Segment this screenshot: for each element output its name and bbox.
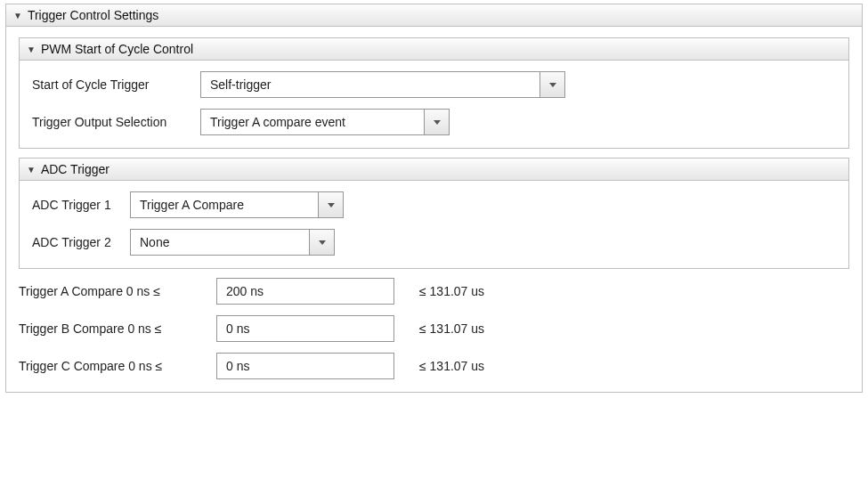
trigger-b-compare-max: ≤ 131.07 us (419, 321, 484, 336)
adc-trigger1-select[interactable]: Trigger A Compare (130, 191, 344, 218)
soc-trigger-value: Self-trigger (201, 72, 539, 97)
adc-trigger2-row: ADC Trigger 2 None (32, 229, 836, 256)
dropdown-button[interactable] (539, 72, 564, 97)
pwm-soc-body: Start of Cycle Trigger Self-trigger Trig… (20, 61, 848, 148)
caret-down-icon (434, 120, 441, 125)
trigger-output-sel-row: Trigger Output Selection Trigger A compa… (32, 109, 836, 135)
trigger-a-compare-row: Trigger A Compare 0 ns ≤ 200 ns ≤ 131.07… (19, 278, 849, 305)
dropdown-button[interactable] (424, 110, 449, 134)
adc-trigger2-select[interactable]: None (130, 229, 335, 256)
adc-trigger1-value: Trigger A Compare (131, 192, 318, 217)
trigger-output-sel-value: Trigger A compare event (201, 110, 424, 134)
soc-trigger-row: Start of Cycle Trigger Self-trigger (32, 71, 836, 98)
soc-trigger-label: Start of Cycle Trigger (32, 77, 188, 92)
trigger-a-compare-max: ≤ 131.07 us (419, 284, 484, 298)
trigger-control-settings-title: Trigger Control Settings (28, 8, 158, 22)
dropdown-button[interactable] (309, 230, 334, 255)
trigger-b-compare-label: Trigger B Compare 0 ns ≤ (19, 321, 204, 336)
trigger-a-compare-label: Trigger A Compare 0 ns ≤ (19, 284, 204, 298)
adc-trigger1-label: ADC Trigger 1 (32, 198, 118, 212)
chevron-down-icon: ▼ (27, 45, 36, 54)
trigger-c-compare-value: 0 ns (226, 359, 249, 373)
dropdown-button[interactable] (318, 192, 343, 217)
adc-trigger2-label: ADC Trigger 2 (32, 235, 118, 249)
adc-trigger1-row: ADC Trigger 1 Trigger A Compare (32, 191, 836, 218)
adc-trigger-body: ADC Trigger 1 Trigger A Compare ADC Trig… (20, 181, 848, 268)
trigger-control-settings-body: ▼ PWM Start of Cycle Control Start of Cy… (6, 27, 862, 392)
pwm-soc-header[interactable]: ▼ PWM Start of Cycle Control (20, 38, 848, 61)
adc-trigger-title: ADC Trigger (41, 162, 110, 176)
trigger-c-compare-row: Trigger C Compare 0 ns ≤ 0 ns ≤ 131.07 u… (19, 353, 849, 379)
caret-down-icon (549, 83, 556, 87)
pwm-soc-title: PWM Start of Cycle Control (41, 42, 193, 56)
trigger-a-compare-input[interactable]: 200 ns (216, 278, 394, 305)
trigger-c-compare-max: ≤ 131.07 us (419, 359, 484, 373)
chevron-down-icon: ▼ (13, 11, 22, 20)
caret-down-icon (319, 240, 326, 245)
trigger-control-settings-header[interactable]: ▼ Trigger Control Settings (6, 4, 862, 27)
chevron-down-icon: ▼ (27, 165, 36, 175)
trigger-b-compare-input[interactable]: 0 ns (216, 315, 394, 342)
trigger-a-compare-value: 200 ns (226, 284, 264, 298)
pwm-soc-section: ▼ PWM Start of Cycle Control Start of Cy… (19, 37, 849, 149)
trigger-c-compare-input[interactable]: 0 ns (216, 353, 394, 379)
caret-down-icon (328, 203, 335, 207)
soc-trigger-select[interactable]: Self-trigger (200, 71, 565, 98)
trigger-b-compare-row: Trigger B Compare 0 ns ≤ 0 ns ≤ 131.07 u… (19, 315, 849, 342)
trigger-c-compare-label: Trigger C Compare 0 ns ≤ (19, 359, 204, 373)
trigger-control-settings-section: ▼ Trigger Control Settings ▼ PWM Start o… (5, 4, 863, 393)
trigger-output-sel-select[interactable]: Trigger A compare event (200, 109, 450, 135)
adc-trigger2-value: None (131, 230, 309, 255)
adc-trigger-section: ▼ ADC Trigger ADC Trigger 1 Trigger A Co… (19, 158, 849, 269)
adc-trigger-header[interactable]: ▼ ADC Trigger (20, 159, 848, 181)
trigger-output-sel-label: Trigger Output Selection (32, 115, 188, 129)
trigger-b-compare-value: 0 ns (226, 321, 249, 336)
